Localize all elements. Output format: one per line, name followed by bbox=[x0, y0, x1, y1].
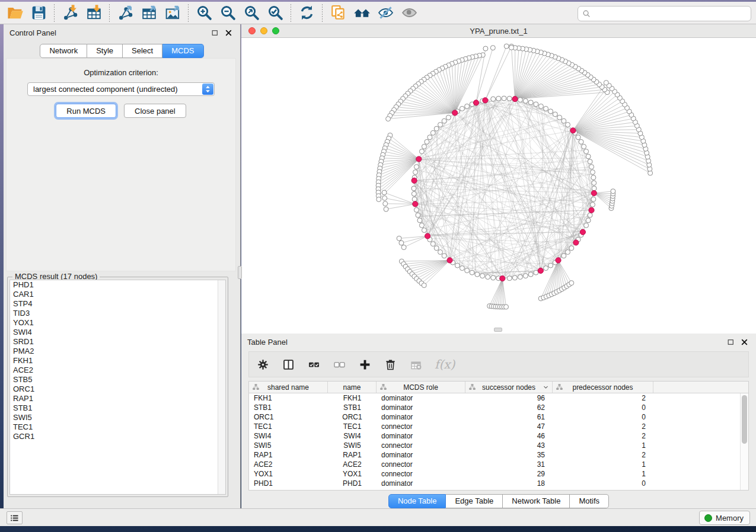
ring-node[interactable] bbox=[588, 159, 592, 164]
ring-node[interactable] bbox=[534, 102, 538, 107]
table-row[interactable]: STB1STB1dominator620 bbox=[249, 403, 748, 412]
ring-node[interactable] bbox=[428, 135, 432, 140]
ring-node[interactable] bbox=[422, 144, 426, 149]
satellite-node[interactable] bbox=[377, 197, 381, 202]
ring-node[interactable] bbox=[566, 123, 570, 127]
ring-node[interactable] bbox=[434, 126, 439, 131]
mcds-hub-node[interactable] bbox=[447, 258, 452, 263]
network-canvas[interactable] bbox=[241, 38, 756, 334]
ring-node[interactable] bbox=[588, 213, 592, 217]
refresh-icon[interactable] bbox=[296, 4, 317, 23]
mcds-hub-node[interactable] bbox=[591, 190, 596, 196]
mcds-hub-node[interactable] bbox=[413, 201, 418, 207]
ring-node[interactable] bbox=[512, 275, 517, 280]
hide-selected-icon[interactable] bbox=[375, 4, 395, 23]
column-header-MCDS-role[interactable]: MCDS role bbox=[377, 382, 465, 393]
mcds-result-item[interactable]: STB5 bbox=[10, 375, 225, 384]
table-row[interactable]: SWI5SWI5connector431 bbox=[249, 441, 748, 450]
ring-node[interactable] bbox=[442, 118, 446, 123]
network-graph[interactable] bbox=[241, 38, 756, 332]
table-tab-motifs[interactable]: Motifs bbox=[570, 494, 609, 508]
satellite-node[interactable] bbox=[384, 207, 388, 211]
ring-node[interactable] bbox=[576, 135, 580, 140]
ring-node[interactable] bbox=[548, 109, 553, 114]
ring-node[interactable] bbox=[491, 97, 496, 101]
mcds-hub-node[interactable] bbox=[570, 128, 576, 133]
search-input[interactable] bbox=[592, 8, 747, 20]
mcds-hub-node[interactable] bbox=[589, 207, 594, 213]
mcds-result-item[interactable]: GCR1 bbox=[10, 432, 225, 441]
ring-node[interactable] bbox=[579, 139, 583, 144]
copy-view-icon[interactable] bbox=[328, 4, 348, 23]
column-header-shared-name[interactable]: shared name bbox=[249, 382, 328, 393]
satellite-node[interactable] bbox=[382, 196, 387, 200]
satellite-node[interactable] bbox=[490, 46, 495, 50]
ring-node[interactable] bbox=[446, 115, 451, 120]
ring-node[interactable] bbox=[502, 96, 506, 101]
mcds-result-item[interactable]: FKH1 bbox=[10, 356, 225, 366]
mcds-hub-node[interactable] bbox=[412, 178, 417, 183]
satellite-node[interactable] bbox=[504, 305, 509, 309]
ring-node[interactable] bbox=[518, 275, 522, 280]
ring-node[interactable] bbox=[412, 197, 417, 201]
mcds-hub-node[interactable] bbox=[580, 229, 585, 235]
ring-node[interactable] bbox=[430, 130, 435, 135]
home-all-icon[interactable] bbox=[352, 4, 372, 23]
float-panel-icon[interactable] bbox=[210, 28, 219, 37]
add-column-icon[interactable] bbox=[357, 357, 372, 372]
ring-node[interactable] bbox=[586, 218, 591, 223]
satellite-node[interactable] bbox=[401, 245, 406, 250]
ring-node[interactable] bbox=[486, 275, 490, 280]
table-tab-node-table[interactable]: Node Table bbox=[388, 494, 446, 508]
ring-node[interactable] bbox=[584, 223, 589, 227]
ring-node[interactable] bbox=[419, 223, 424, 227]
show-all-icon[interactable] bbox=[399, 4, 419, 23]
ring-node[interactable] bbox=[438, 250, 443, 255]
mcds-hub-node[interactable] bbox=[473, 100, 479, 105]
ring-node[interactable] bbox=[569, 246, 574, 251]
mcds-hub-node[interactable] bbox=[573, 240, 579, 245]
scrollbar-thumb[interactable] bbox=[742, 395, 747, 444]
mcds-hub-node[interactable] bbox=[538, 268, 543, 273]
horizontal-splitter-handle[interactable] bbox=[494, 328, 502, 332]
ring-node[interactable] bbox=[455, 263, 460, 268]
mcds-result-list[interactable]: PHD1CAR1STP4TID3YOX1SWI4SRD1PMA2FKH1ACE2… bbox=[9, 280, 226, 495]
ring-node[interactable] bbox=[438, 123, 443, 127]
ring-node[interactable] bbox=[538, 104, 543, 108]
mcds-hub-node[interactable] bbox=[452, 110, 458, 116]
table-row[interactable]: YOX1YOX1connector291 bbox=[249, 469, 748, 479]
ring-node[interactable] bbox=[528, 100, 533, 105]
tab-network[interactable]: Network bbox=[40, 44, 87, 58]
satellite-node[interactable] bbox=[504, 44, 509, 49]
mcds-result-item[interactable]: PMA2 bbox=[10, 347, 225, 356]
export-network-icon[interactable] bbox=[115, 4, 135, 23]
tab-select[interactable]: Select bbox=[123, 44, 162, 58]
ring-node[interactable] bbox=[412, 186, 416, 191]
close-panel-icon[interactable] bbox=[740, 338, 749, 347]
save-icon[interactable] bbox=[28, 4, 49, 23]
ring-node[interactable] bbox=[475, 272, 480, 277]
satellite-node[interactable] bbox=[397, 236, 401, 241]
ring-node[interactable] bbox=[425, 139, 429, 144]
show-panels-button[interactable] bbox=[7, 511, 23, 524]
delete-icon[interactable] bbox=[382, 357, 398, 372]
satellite-node[interactable] bbox=[569, 281, 574, 286]
mcds-result-item[interactable]: ORC1 bbox=[10, 384, 225, 394]
table-tab-edge-table[interactable]: Edge Table bbox=[446, 494, 503, 508]
ring-node[interactable] bbox=[460, 266, 464, 271]
ring-node[interactable] bbox=[534, 270, 538, 275]
ring-node[interactable] bbox=[591, 197, 596, 201]
list-scrollbar[interactable] bbox=[218, 280, 225, 494]
ring-node[interactable] bbox=[528, 272, 533, 277]
zoom-fit-icon[interactable] bbox=[241, 4, 261, 23]
ring-node[interactable] bbox=[544, 106, 548, 111]
mcds-hub-node[interactable] bbox=[512, 97, 518, 102]
table-row[interactable]: TEC1TEC1connector472 bbox=[249, 422, 748, 431]
satellite-node[interactable] bbox=[422, 283, 426, 288]
import-network-icon[interactable] bbox=[60, 4, 80, 23]
import-table-icon[interactable] bbox=[84, 4, 104, 23]
vertical-splitter-handle[interactable] bbox=[238, 266, 242, 279]
table-scrollbar[interactable] bbox=[740, 393, 748, 490]
ring-node[interactable] bbox=[507, 96, 512, 101]
column-header-predecessor-nodes[interactable]: predecessor nodes bbox=[553, 382, 653, 393]
